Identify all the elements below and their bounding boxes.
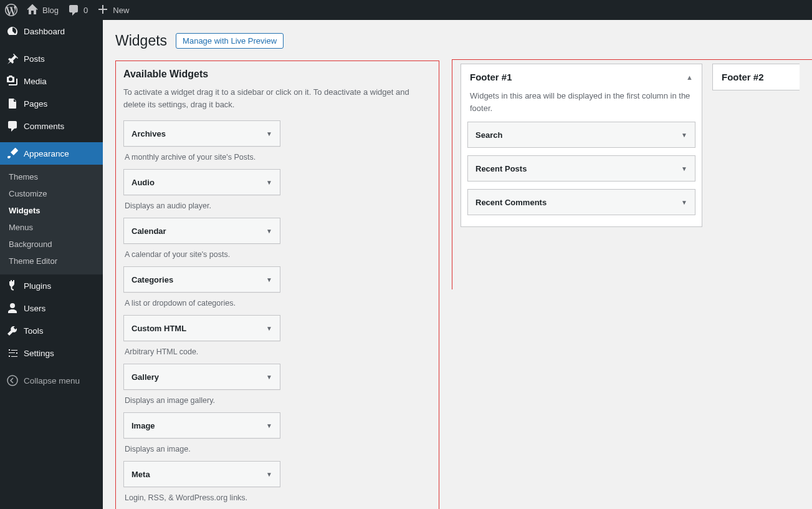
media-icon bbox=[6, 75, 19, 87]
footer2-header[interactable]: Footer #2 bbox=[713, 64, 800, 90]
submenu-customize[interactable]: Customize bbox=[0, 185, 103, 202]
widget-areas-panel: Footer #1 ▲ Widgets in this area will be… bbox=[452, 59, 800, 227]
wp-logo[interactable] bbox=[5, 4, 17, 16]
widget-description: Displays an audio player. bbox=[123, 195, 280, 210]
area-widget[interactable]: Search▼ bbox=[467, 122, 695, 148]
chevron-down-icon: ▼ bbox=[266, 276, 272, 283]
available-widgets-panel: Available Widgets To activate a widget d… bbox=[115, 59, 439, 509]
sidebar-item-dashboard[interactable]: Dashboard bbox=[0, 20, 103, 42]
submenu-themes[interactable]: Themes bbox=[0, 168, 103, 185]
sidebar-item-label: Plugins bbox=[24, 281, 51, 291]
sidebar-item-label: Pages bbox=[24, 99, 47, 109]
widget-title: Archives bbox=[131, 129, 166, 138]
available-widget: Gallery▼Displays an image gallery. bbox=[123, 364, 280, 405]
available-widget: Meta▼Login, RSS, & WordPress.org links. bbox=[123, 461, 280, 502]
available-widget: Calendar▼A calendar of your site's posts… bbox=[123, 218, 280, 259]
available-widget-box[interactable]: Custom HTML▼ bbox=[123, 315, 280, 341]
area-widget-title: Recent Posts bbox=[475, 164, 527, 173]
new-label: New bbox=[113, 6, 129, 15]
sidebar-item-label: Appearance bbox=[24, 149, 69, 158]
plug-icon bbox=[6, 279, 19, 292]
chevron-down-icon: ▼ bbox=[681, 132, 687, 138]
sidebar-item-users[interactable]: Users bbox=[0, 297, 103, 319]
sidebar-item-pages[interactable]: Pages bbox=[0, 92, 103, 115]
available-widget: Audio▼Displays an audio player. bbox=[123, 169, 280, 210]
admin-menu: Dashboard Posts Media Pages Comments App… bbox=[0, 20, 103, 509]
comments-link[interactable]: 0 bbox=[67, 4, 88, 16]
site-link[interactable]: Blog bbox=[26, 4, 59, 16]
content: Widgets Manage with Live Preview Availab… bbox=[103, 20, 812, 509]
chevron-up-icon: ▲ bbox=[686, 74, 693, 81]
plus-icon bbox=[97, 4, 109, 16]
sidebar-item-tools[interactable]: Tools bbox=[0, 319, 103, 342]
available-widget: Image▼Displays an image. bbox=[123, 412, 280, 453]
new-link[interactable]: New bbox=[97, 4, 129, 16]
widget-description: Displays an image gallery. bbox=[123, 390, 280, 405]
chevron-down-icon: ▼ bbox=[266, 422, 272, 429]
chevron-down-icon: ▼ bbox=[266, 471, 272, 478]
available-widget-box[interactable]: Calendar▼ bbox=[123, 218, 280, 244]
chevron-down-icon: ▼ bbox=[266, 325, 272, 332]
live-preview-button[interactable]: Manage with Live Preview bbox=[176, 33, 284, 49]
widget-title: Custom HTML bbox=[131, 324, 186, 333]
footer1-header[interactable]: Footer #1 ▲ bbox=[461, 64, 702, 90]
sidebar-item-plugins[interactable]: Plugins bbox=[0, 274, 103, 297]
sidebar-item-media[interactable]: Media bbox=[0, 70, 103, 92]
page-title: Widgets bbox=[115, 32, 167, 49]
submenu-menus[interactable]: Menus bbox=[0, 219, 103, 236]
chevron-down-icon: ▼ bbox=[266, 228, 272, 235]
sidebar-item-label: Settings bbox=[24, 349, 54, 358]
dashboard-icon bbox=[6, 25, 19, 37]
brush-icon bbox=[6, 147, 19, 160]
sidebar-item-label: Dashboard bbox=[24, 27, 65, 36]
collapse-menu[interactable]: Collapse menu bbox=[0, 369, 103, 392]
admin-bar: Blog 0 New bbox=[0, 0, 812, 20]
area-widget[interactable]: Recent Comments▼ bbox=[467, 189, 695, 215]
widget-title: Image bbox=[131, 421, 155, 430]
chevron-down-icon: ▼ bbox=[266, 130, 272, 137]
available-widget-box[interactable]: Meta▼ bbox=[123, 461, 280, 487]
comment-icon bbox=[67, 4, 80, 16]
widget-description: A calendar of your site's posts. bbox=[123, 244, 280, 259]
area-widget-title: Search bbox=[475, 130, 502, 140]
widget-title: Audio bbox=[131, 178, 155, 187]
footer1-widgets: Search▼Recent Posts▼Recent Comments▼ bbox=[461, 122, 702, 215]
collapse-icon bbox=[6, 374, 19, 387]
footer2-area: Footer #2 bbox=[712, 64, 800, 90]
available-widget-box[interactable]: Archives▼ bbox=[123, 120, 280, 147]
footer1-title: Footer #1 bbox=[470, 72, 512, 82]
available-widget-box[interactable]: Image▼ bbox=[123, 412, 280, 439]
home-icon bbox=[26, 4, 39, 16]
available-widget-box[interactable]: Gallery▼ bbox=[123, 364, 280, 390]
sidebar-item-label: Tools bbox=[24, 326, 44, 336]
widget-description: Displays an image. bbox=[123, 439, 280, 453]
submenu-widgets[interactable]: Widgets bbox=[0, 202, 103, 219]
sidebar-item-posts[interactable]: Posts bbox=[0, 47, 103, 70]
available-widget: Custom HTML▼Arbitrary HTML code. bbox=[123, 315, 280, 356]
sidebar-item-settings[interactable]: Settings bbox=[0, 342, 103, 364]
sidebar-item-comments[interactable]: Comments bbox=[0, 115, 103, 137]
sidebar-item-label: Posts bbox=[24, 54, 45, 64]
area-widget-title: Recent Comments bbox=[475, 198, 547, 207]
area-widget[interactable]: Recent Posts▼ bbox=[467, 155, 695, 182]
available-widget-box[interactable]: Audio▼ bbox=[123, 169, 280, 195]
footer1-area: Footer #1 ▲ Widgets in this area will be… bbox=[461, 64, 702, 227]
submenu-theme-editor[interactable]: Theme Editor bbox=[0, 253, 103, 269]
widget-description: Login, RSS, & WordPress.org links. bbox=[123, 487, 280, 502]
user-icon bbox=[6, 302, 19, 314]
widget-title: Categories bbox=[131, 275, 173, 284]
sidebar-item-label: Comments bbox=[24, 122, 64, 131]
comment-count: 0 bbox=[84, 6, 88, 15]
widget-description: A list or dropdown of categories. bbox=[123, 293, 280, 308]
available-widget-box[interactable]: Categories▼ bbox=[123, 266, 280, 293]
pages-icon bbox=[6, 97, 19, 110]
sidebar-item-appearance[interactable]: Appearance bbox=[0, 142, 103, 165]
submenu-background[interactable]: Background bbox=[0, 236, 103, 253]
available-widgets-desc: To activate a widget drag it to a sideba… bbox=[123, 86, 431, 110]
svg-point-0 bbox=[7, 376, 17, 385]
widget-description: A monthly archive of your site's Posts. bbox=[123, 147, 280, 162]
available-widget: Archives▼A monthly archive of your site'… bbox=[123, 120, 280, 162]
pin-icon bbox=[6, 52, 19, 65]
available-widget: Categories▼A list or dropdown of categor… bbox=[123, 266, 280, 308]
chevron-down-icon: ▼ bbox=[266, 179, 272, 186]
